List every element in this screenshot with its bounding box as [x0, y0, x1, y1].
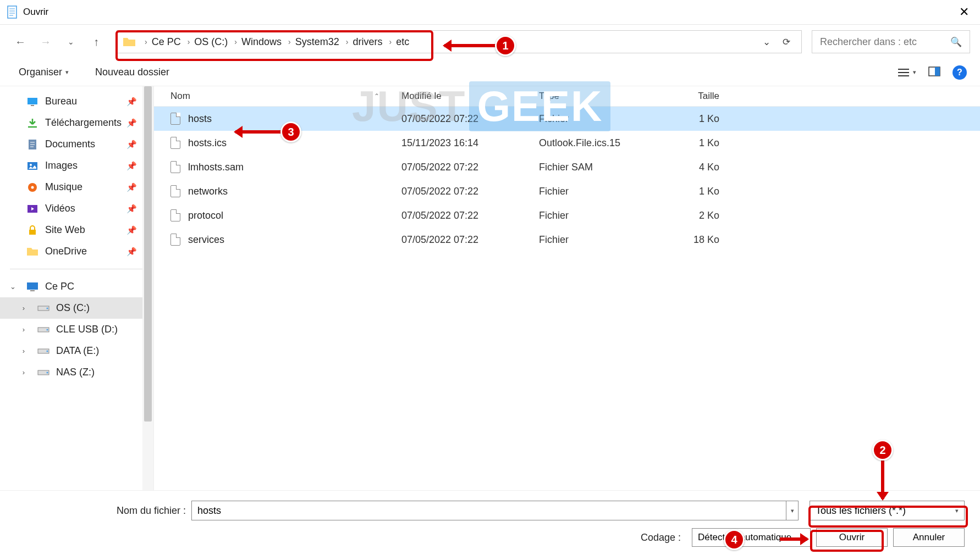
filename-label: Nom du fichier :	[15, 505, 191, 517]
main-area: Bureau📌Téléchargements📌Documents📌Images📌…	[0, 86, 980, 493]
sidebar-item-documents[interactable]: Documents📌	[0, 134, 153, 155]
app-icon	[7, 5, 18, 19]
back-button[interactable]: ←	[10, 31, 31, 52]
address-dropdown-icon[interactable]: ⌄	[763, 36, 770, 48]
drive-icon	[37, 324, 49, 335]
crumb-system32[interactable]: ›System32	[283, 36, 340, 48]
titlebar: Ouvrir ✕	[0, 0, 980, 25]
svg-rect-24	[30, 290, 35, 291]
svg-rect-11	[31, 105, 34, 106]
file-modified: 07/05/2022 07:22	[401, 162, 539, 173]
chevron-right-icon[interactable]: ›	[19, 368, 29, 376]
sidebar-item-bureau[interactable]: Bureau📌	[0, 91, 153, 112]
file-row[interactable]: hosts.ics15/11/2023 16:14Outlook.File.ic…	[154, 131, 980, 155]
svg-point-20	[31, 186, 34, 188]
file-type-filter[interactable]: Tous les fichiers (*.*) ▾	[810, 501, 965, 520]
filter-value: Tous les fichiers (*.*)	[816, 505, 906, 517]
search-input[interactable]	[820, 36, 950, 48]
sidebar-drive[interactable]: ›OS (C:)	[0, 297, 153, 319]
sidebar-item-label: Ce PC	[45, 281, 74, 292]
download-icon	[26, 118, 38, 129]
folder-icon	[123, 36, 136, 47]
close-button[interactable]: ✕	[955, 5, 973, 19]
file-size: 4 Ko	[658, 162, 735, 173]
search-box[interactable]: 🔍	[812, 30, 970, 53]
view-mode-button[interactable]: ▾	[898, 68, 916, 77]
crumb-etc[interactable]: ›etc	[383, 36, 410, 48]
preview-pane-button[interactable]	[928, 66, 940, 79]
pin-icon: 📌	[126, 182, 137, 192]
sidebar-drive[interactable]: ›DATA (E:)	[0, 340, 153, 362]
file-row[interactable]: lmhosts.sam07/05/2022 07:22Fichier SAM4 …	[154, 155, 980, 179]
crumb-windows[interactable]: ›Windows	[229, 36, 283, 48]
col-modified[interactable]: Modifié le	[401, 91, 539, 102]
chevron-right-icon[interactable]: ›	[19, 304, 29, 312]
col-name[interactable]: Nom⌃	[170, 91, 401, 102]
pin-icon: 📌	[126, 225, 137, 235]
crumb-drivers[interactable]: ›drivers	[340, 36, 384, 48]
sidebar-item-onedrive[interactable]: OneDrive📌	[0, 241, 153, 262]
file-row[interactable]: networks07/05/2022 07:22Fichier1 Ko	[154, 179, 980, 203]
pin-icon: 📌	[126, 161, 137, 171]
crumb-os[interactable]: ›OS (C:)	[182, 36, 229, 48]
forward-button[interactable]: →	[35, 31, 56, 52]
sidebar-scrollbar[interactable]	[142, 86, 153, 493]
cancel-button[interactable]: Annuler	[893, 528, 965, 547]
filename-input[interactable]	[191, 501, 786, 520]
sidebar-item-label: CLE USB (D:)	[56, 324, 118, 335]
pin-icon: 📌	[126, 140, 137, 149]
crumb-cepc[interactable]: ›Ce PC	[139, 36, 182, 48]
up-button[interactable]: ↑	[86, 31, 107, 52]
sidebar-item-label: DATA (E:)	[56, 345, 99, 357]
col-type[interactable]: Type	[539, 91, 658, 102]
new-folder-button[interactable]: Nouveau dossier	[90, 63, 175, 81]
sidebar-item-musique[interactable]: Musique📌	[0, 176, 153, 198]
sidebar-item-t-l-chargements[interactable]: Téléchargements📌	[0, 112, 153, 134]
search-icon[interactable]: 🔍	[950, 36, 962, 48]
sidebar: Bureau📌Téléchargements📌Documents📌Images📌…	[0, 86, 154, 493]
sidebar-item-vid-os[interactable]: Vidéos📌	[0, 198, 153, 219]
file-type: Fichier	[539, 234, 658, 246]
chevron-down-icon[interactable]: ⌄	[8, 282, 18, 291]
file-modified: 07/05/2022 07:22	[401, 210, 539, 221]
svg-point-28	[47, 329, 48, 330]
address-bar[interactable]: ›Ce PC ›OS (C:) ›Windows ›System32 ›driv…	[117, 30, 802, 53]
encoding-dropdown[interactable]: Détection automatique	[692, 528, 811, 547]
open-button[interactable]: Ouvrir	[816, 528, 888, 547]
sidebar-item-label: Site Web	[45, 224, 85, 236]
pin-icon: 📌	[126, 97, 137, 107]
bottom-panel: Nom du fichier : ▾ Tous les fichiers (*.…	[0, 490, 980, 560]
drive-icon	[37, 303, 49, 314]
sidebar-drive[interactable]: ›CLE USB (D:)	[0, 319, 153, 340]
sidebar-item-label: Téléchargements	[45, 117, 122, 129]
file-type: Fichier	[539, 113, 658, 125]
chevron-right-icon[interactable]: ›	[19, 347, 29, 355]
chevron-right-icon[interactable]: ›	[19, 325, 29, 334]
file-row[interactable]: protocol07/05/2022 07:22Fichier2 Ko	[154, 203, 980, 228]
file-type: Outlook.File.ics.15	[539, 137, 658, 149]
drive-icon	[37, 346, 49, 357]
sidebar-item-cepc[interactable]: ⌄ Ce PC	[0, 276, 153, 297]
file-row[interactable]: services07/05/2022 07:22Fichier18 Ko	[154, 228, 980, 252]
file-modified: 15/11/2023 16:14	[401, 137, 539, 149]
sidebar-drive[interactable]: ›NAS (Z:)	[0, 362, 153, 383]
column-headers: Nom⌃ Modifié le Type Taille	[154, 86, 980, 107]
filename-dropdown[interactable]: ▾	[786, 501, 799, 520]
file-type: Fichier SAM	[539, 162, 658, 173]
file-type: Fichier	[539, 210, 658, 221]
help-icon[interactable]: ?	[953, 65, 967, 80]
sidebar-item-site-web[interactable]: Site Web📌	[0, 219, 153, 241]
file-icon	[170, 209, 180, 221]
lock-icon	[26, 225, 38, 236]
organize-button[interactable]: Organiser▾	[13, 63, 74, 81]
drive-icon	[37, 367, 49, 378]
svg-point-32	[47, 372, 48, 373]
recent-dropdown[interactable]: ⌄	[60, 31, 81, 52]
col-size[interactable]: Taille	[658, 91, 735, 102]
file-row[interactable]: hosts07/05/2022 07:22Fichier1 Ko	[154, 107, 980, 131]
window-title: Ouvrir	[23, 7, 955, 18]
refresh-icon[interactable]: ⟳	[783, 36, 790, 48]
pin-icon: 📌	[126, 247, 137, 257]
file-area: Nom⌃ Modifié le Type Taille hosts07/05/2…	[154, 86, 980, 493]
sidebar-item-images[interactable]: Images📌	[0, 155, 153, 176]
